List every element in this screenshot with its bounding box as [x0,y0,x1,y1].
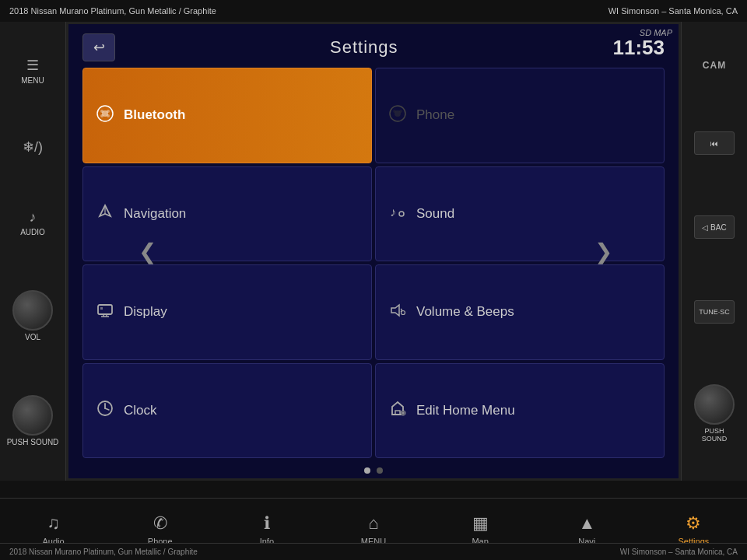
defrost-icon: ❄/) [23,138,43,156]
navigation-icon [94,203,116,224]
settings-bluetooth[interactable]: Bluetooth [82,68,372,163]
back-icon[interactable]: ◁ BAC [694,215,735,239]
settings-navigation[interactable]: Navigation [82,166,372,262]
prev-track-button[interactable]: ⏮ [694,131,735,155]
svg-rect-14 [98,305,112,314]
settings-volume-beeps[interactable]: Volume & Beeps [375,264,665,360]
top-info-bar: 2018 Nissan Murano Platinum, Gun Metalli… [0,0,747,22]
next-page-arrow[interactable]: ❯ [594,239,612,264]
screen-header: ↩ Settings 11:53 [68,24,679,68]
bottom-bar-left: 2018 Nissan Murano Platinum, Gun Metalli… [9,548,198,556]
phone-icon [387,105,409,126]
info-nav-icon: ℹ [264,513,270,534]
volume-beeps-icon [387,302,409,323]
svg-point-3 [107,110,110,113]
phone-label: Phone [416,107,454,123]
clock-label: Clock [124,403,157,418]
menu-nav-icon: ⌂ [368,513,378,534]
phone-nav-icon: ✆ [153,513,167,534]
sound-label: Sound [416,206,454,222]
map-nav-icon: ▦ [472,513,489,534]
volume-beeps-label: Volume & Beeps [416,304,514,320]
back-button[interactable]: ↩ [82,33,115,61]
back-arrow-icon: ↩ [93,39,105,56]
nav-navi[interactable]: ▲ Navi [559,513,614,546]
top-bar-title: 2018 Nissan Murano Platinum, Gun Metalli… [9,6,216,16]
display-icon [94,302,116,323]
edit-home-menu-label: Edit Home Menu [416,403,515,418]
svg-point-4 [100,114,103,117]
audio-icon: ♪ [29,209,36,226]
center-screen: SD MAP ↩ Settings 11:53 [66,22,681,481]
right-panel: CAM ⏮ ◁ BAC TUNE·SC PUSHSOUND [681,22,747,481]
back-button-right[interactable]: ◁ BAC [694,215,735,239]
prev-page-arrow[interactable]: ❮ [139,239,156,264]
bluetooth-icon [94,105,116,126]
svg-text:♪: ♪ [390,205,396,219]
content-row: ☰ MENU ❄/) ♪ AUDIO VOL PUSH SOUND SD MAP [0,22,747,481]
volume-knob[interactable] [12,290,53,331]
nav-info[interactable]: ℹ Info [240,513,294,546]
tune-scroll-button[interactable]: TUNE·SC [694,300,735,324]
left-panel: ☰ MENU ❄/) ♪ AUDIO VOL PUSH SOUND [0,22,66,481]
settings-display[interactable]: Display [82,264,372,360]
menu-icon: ☰ [26,57,39,74]
defrost-button[interactable]: ❄/) [23,138,43,156]
pagination [68,464,679,478]
display-label: Display [124,304,167,320]
push-sound-knob-dial[interactable] [12,395,53,436]
right-knob[interactable] [694,384,735,425]
push-sound-right[interactable]: PUSHSOUND [694,384,735,443]
svg-point-8 [393,110,396,113]
svg-point-13 [399,212,404,216]
tune-scroll-icon[interactable]: TUNE·SC [694,300,735,324]
sd-label: SD MAP [640,28,672,37]
svg-point-5 [107,114,110,117]
prev-track-icon[interactable]: ⏮ [694,131,735,155]
menu-label: MENU [21,76,44,85]
bottom-info-bar: 2018 Nissan Murano Platinum, Gun Metalli… [0,543,747,560]
audio-label: AUDIO [20,228,45,236]
screen-time: 11:53 [613,36,665,60]
settings-clock[interactable]: Clock [82,363,372,459]
push-sound-knob[interactable]: PUSH SOUND [7,395,59,446]
push-sound-right-label: PUSHSOUND [702,427,728,443]
cam-label[interactable]: CAM [703,60,726,71]
settings-nav-icon: ⚙ [686,513,701,534]
page-wrapper: 2018 Nissan Murano Platinum, Gun Metalli… [0,0,747,560]
navigation-label: Navigation [124,206,186,222]
nav-settings[interactable]: ⚙ Settings [666,513,721,546]
clock-icon [94,400,116,421]
svg-marker-19 [391,305,399,316]
settings-sound[interactable]: ♪ Sound [375,166,665,262]
push-sound-label: PUSH SOUND [7,438,59,446]
svg-line-23 [105,408,109,410]
audio-button[interactable]: ♪ AUDIO [20,209,45,236]
pagination-dot-1 [364,467,370,474]
vol-knob[interactable]: VOL [12,290,53,341]
nav-menu[interactable]: ⌂ MENU [346,513,401,546]
settings-phone[interactable]: Phone [375,68,665,163]
screen-title: Settings [330,37,398,58]
audio-nav-icon: ♫ [47,513,60,534]
pagination-dot-2 [377,467,383,474]
svg-point-2 [100,110,103,113]
navi-nav-icon: ▲ [578,513,595,534]
svg-point-9 [399,110,402,113]
nav-map[interactable]: ▦ Map [453,513,507,546]
bluetooth-label: Bluetooth [124,107,185,123]
vol-label: VOL [25,333,40,341]
nav-audio[interactable]: ♫ Audio [26,513,81,546]
edit-home-menu-icon [387,400,409,421]
settings-grid: Bluetooth Phone [68,68,679,464]
bottom-bar-right: WI Simonson – Santa Monica, CA [620,548,738,556]
menu-button[interactable]: ☰ MENU [21,57,44,85]
svg-rect-18 [100,307,103,310]
top-bar-dealer: WI Simonson – Santa Monica, CA [608,6,738,16]
nav-phone[interactable]: ✆ Phone [133,513,188,546]
svg-point-20 [402,310,405,314]
sound-icon: ♪ [387,203,409,224]
settings-edit-home-menu[interactable]: Edit Home Menu [375,363,665,459]
